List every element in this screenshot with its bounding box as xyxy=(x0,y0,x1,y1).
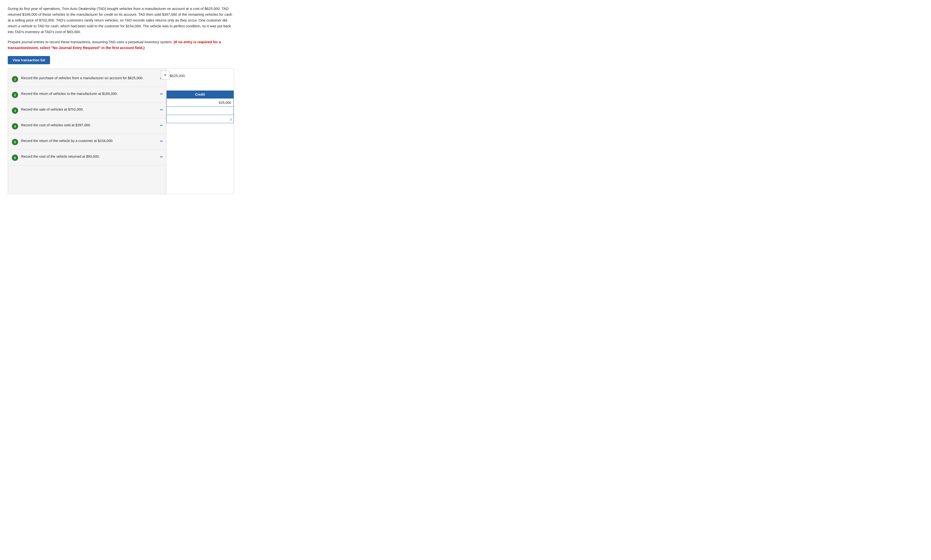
transaction-item-5: 5 Record the return of the vehicle by a … xyxy=(8,134,166,150)
edit-icon-4[interactable]: ✏ xyxy=(160,123,163,128)
amount-text: $625,000. xyxy=(170,73,230,78)
credit-cell-2[interactable] xyxy=(167,107,234,115)
transaction-item-6: 6 Record the cost of the vehicle returne… xyxy=(8,150,166,165)
transaction-badge-2: 2 xyxy=(12,92,18,98)
credit-table: Credit 625,000 xyxy=(166,91,234,123)
edit-icon-2[interactable]: ✏ xyxy=(160,92,163,96)
close-x-button[interactable]: ✕ xyxy=(161,71,170,80)
transaction-desc-1: Record the purchase of vehicles from a m… xyxy=(21,75,157,81)
transaction-badge-3: 3 xyxy=(12,108,18,114)
chevron-right-button[interactable]: › xyxy=(230,116,232,123)
transaction-desc-5: Record the return of the vehicle by a cu… xyxy=(21,138,157,144)
transaction-item-4: 4 Record the cost of vehicles sold at $3… xyxy=(8,118,166,134)
credit-cell-3[interactable] xyxy=(167,115,234,123)
transaction-desc-6: Record the cost of the vehicle returned … xyxy=(21,154,157,159)
transaction-desc-2: Record the return of vehicles to the man… xyxy=(21,91,157,97)
right-panel: ✕ $625,000. › Credit 625,000 xyxy=(166,69,234,194)
credit-row-2 xyxy=(167,107,234,115)
transaction-badge-1: 1 xyxy=(12,76,18,82)
transaction-item-2: 2 Record the return of vehicles to the m… xyxy=(8,87,166,103)
transaction-badge-4: 4 xyxy=(12,123,18,129)
amount-display-area: $625,000. xyxy=(166,69,234,91)
credit-header: Credit xyxy=(167,91,234,98)
edit-icon-6[interactable]: ✏ xyxy=(160,155,163,159)
transaction-item-3: 3 Record the sale of vehicles at $702,00… xyxy=(8,103,166,118)
main-panel: 1 Record the purchase of vehicles from a… xyxy=(8,69,234,194)
instruction-text: Prepare journal entries to record these … xyxy=(8,39,234,51)
credit-cell-1[interactable]: 625,000 xyxy=(167,98,234,107)
transaction-desc-3: Record the sale of vehicles at $702,000. xyxy=(21,107,157,112)
transaction-list: 1 Record the purchase of vehicles from a… xyxy=(8,69,166,194)
transaction-badge-5: 5 xyxy=(12,139,18,145)
transaction-item-1: 1 Record the purchase of vehicles from a… xyxy=(8,71,166,87)
intro-paragraph: During its first year of operations, Tro… xyxy=(8,6,234,35)
transaction-desc-4: Record the cost of vehicles sold at $397… xyxy=(21,123,157,128)
edit-icon-3[interactable]: ✏ xyxy=(160,108,163,112)
credit-row-3 xyxy=(167,115,234,123)
view-transaction-list-button[interactable]: View transaction list xyxy=(8,56,50,64)
edit-icon-5[interactable]: ✏ xyxy=(160,139,163,143)
credit-row-1: 625,000 xyxy=(167,98,234,107)
transaction-badge-6: 6 xyxy=(12,155,18,161)
instruction-before: Prepare journal entries to record these … xyxy=(8,40,173,44)
